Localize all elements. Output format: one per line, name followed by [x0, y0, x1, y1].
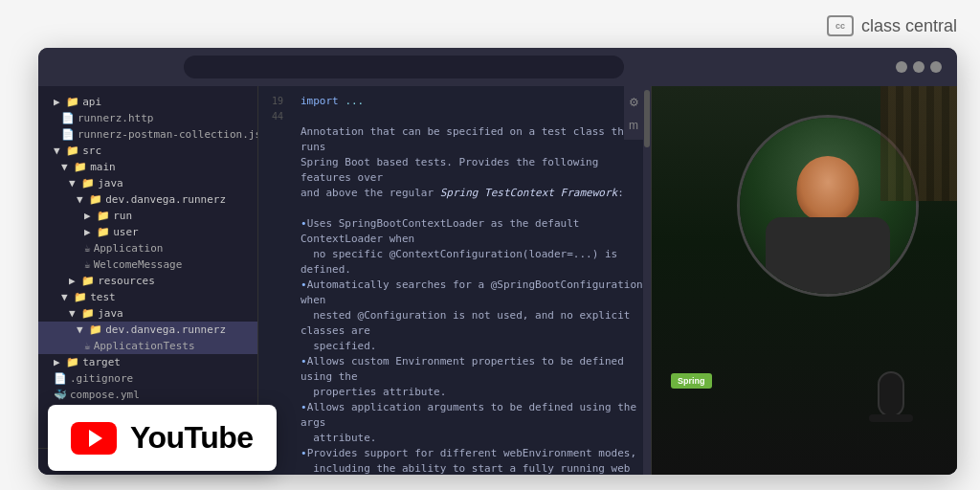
scrollbar[interactable] — [643, 86, 651, 475]
tree-dev-danvega-main[interactable]: ▼ 📁dev.danvega.runnerz — [38, 191, 257, 208]
doc-line-4 — [258, 201, 651, 216]
doc-line-9: specified. — [258, 339, 651, 354]
traffic-lights — [896, 61, 942, 73]
speaker-body — [766, 217, 890, 294]
doc-line-7: •Automatically searches for a @SpringBoo… — [258, 278, 651, 308]
tree-resources[interactable]: ▶ 📁resources — [38, 273, 257, 289]
code-content: 19 import ... 44 Annotation that can be … — [258, 86, 651, 475]
spring-badge: Spring — [671, 373, 712, 389]
doc-line-2: Spring Boot based tests. Provides the fo… — [258, 155, 651, 186]
doc-line-13: attribute. — [258, 431, 651, 446]
cc-logo-icon: cc — [827, 15, 854, 36]
tree-target[interactable]: ▶ 📁target — [38, 354, 257, 370]
code-line-19: 19 import ... — [258, 94, 651, 109]
doc-line-11: properties attribute. — [258, 385, 651, 400]
scrollbar-thumb[interactable] — [644, 90, 650, 147]
tree-compose-yml[interactable]: 🐳compose.yml — [38, 387, 257, 403]
editor-side-icons: ⚙ m — [624, 86, 643, 140]
tree-src[interactable]: ▼ 📁src — [38, 143, 257, 159]
youtube-label: YouTube — [130, 420, 254, 456]
tree-gitignore[interactable]: 📄.gitignore — [38, 370, 257, 387]
tree-welcome-message[interactable]: ☕WelcomeMessage — [38, 256, 257, 273]
gear-icon[interactable]: ⚙ — [629, 96, 639, 109]
class-central-brand: cc class central — [827, 15, 957, 36]
doc-line-1: Annotation that can be specified on a te… — [258, 124, 651, 155]
doc-line-10: •Allows custom Environment properties to… — [258, 354, 651, 385]
tree-runnerz-http[interactable]: 📄runnerz.http — [38, 110, 257, 126]
tree-run[interactable]: ▶ 📁run — [38, 208, 257, 224]
youtube-play-button[interactable] — [71, 422, 117, 455]
play-triangle-icon — [89, 430, 102, 447]
tree-main-java[interactable]: ▼ 📁java — [38, 175, 257, 191]
doc-line-8: nested @Configuration is not used, and n… — [258, 308, 651, 339]
doc-line-6: no specific @ContextConfiguration(loader… — [258, 247, 651, 278]
video-thumbnail: Spring — [652, 86, 957, 475]
doc-line-5: •Uses SpringBootContextLoader as the def… — [258, 216, 651, 247]
tree-test[interactable]: ▼ 📁test — [38, 289, 257, 305]
bookshelf-decoration — [880, 86, 957, 201]
address-bar[interactable] — [184, 56, 624, 78]
window-control-3[interactable] — [930, 61, 942, 73]
youtube-overlay[interactable]: YouTube — [48, 405, 277, 471]
microphone — [878, 371, 904, 417]
code-line-44: 44 — [258, 109, 651, 124]
doc-line-15: including the ability to start a fully r… — [258, 461, 651, 475]
microphone-base — [869, 414, 913, 422]
doc-line-12: •Allows application arguments to be defi… — [258, 400, 651, 431]
tree-application[interactable]: ☕Application — [38, 240, 257, 256]
tree-postman[interactable]: 📄runnerz-postman-collection.json — [38, 126, 257, 143]
doc-line-14: •Provides support for different webEnvir… — [258, 446, 651, 461]
tree-application-tests[interactable]: ☕ApplicationTests — [38, 338, 257, 354]
tree-test-java[interactable]: ▼ 📁java — [38, 305, 257, 322]
brand-name: class central — [861, 16, 957, 36]
browser-toolbar — [38, 48, 957, 86]
tree-user[interactable]: ▶ 📁user — [38, 224, 257, 240]
tree-api[interactable]: ▶ 📁api — [38, 94, 257, 110]
tree-dev-danvega-test[interactable]: ▼ 📁dev.danvega.runnerz — [38, 322, 257, 338]
doc-line-3: and above the regular Spring TestContext… — [258, 186, 651, 201]
tree-main[interactable]: ▼ 📁main — [38, 159, 257, 175]
video-panel: Spring — [651, 86, 957, 475]
code-area: 19 import ... 44 Annotation that can be … — [258, 86, 651, 475]
info-icon[interactable]: m — [629, 119, 638, 132]
window-control-2[interactable] — [913, 61, 924, 73]
speaker-head — [797, 156, 859, 221]
window-control-1[interactable] — [896, 61, 907, 73]
